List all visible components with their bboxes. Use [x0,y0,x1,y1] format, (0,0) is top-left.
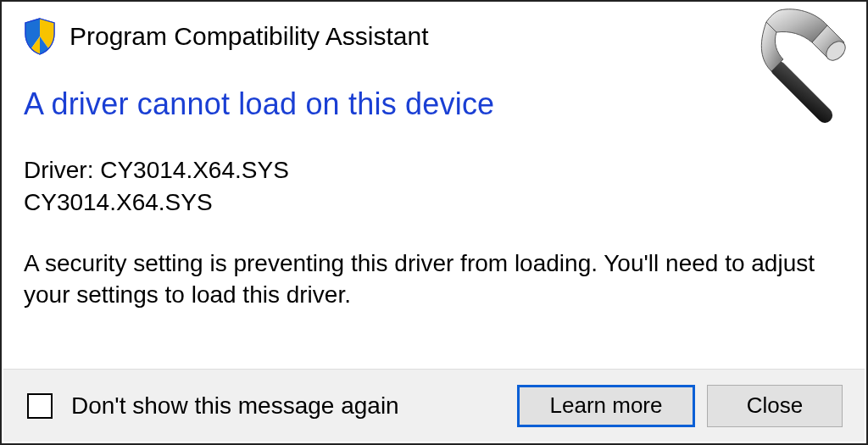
security-shield-icon [22,17,58,56]
title-row: Program Compatibility Assistant [22,17,843,56]
main-heading: A driver cannot load on this device [24,86,843,122]
button-row: Learn more Close [517,385,843,427]
svg-rect-0 [767,58,836,126]
driver-info: Driver: CY3014.X64.SYS CY3014.X64.SYS [24,154,843,219]
close-button[interactable]: Close [707,385,843,427]
dialog-footer: Don't show this message again Learn more… [3,369,865,442]
dont-show-again-row[interactable]: Don't show this message again [27,392,517,420]
window-title: Program Compatibility Assistant [70,22,429,51]
learn-more-button[interactable]: Learn more [517,385,695,427]
hammer-icon [727,5,863,141]
driver-label-line: Driver: CY3014.X64.SYS [24,154,843,186]
dont-show-again-checkbox[interactable] [27,393,53,419]
dont-show-again-label: Don't show this message again [71,392,399,420]
body-text: A security setting is preventing this dr… [24,248,837,312]
driver-name-line: CY3014.X64.SYS [24,186,843,219]
